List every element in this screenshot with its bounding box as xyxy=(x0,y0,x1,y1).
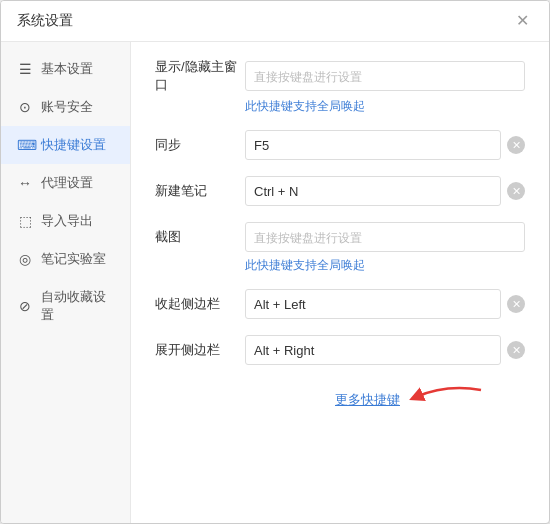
label-collapse: 收起侧边栏 xyxy=(155,295,245,313)
input-collapse[interactable] xyxy=(245,289,501,319)
sidebar: ☰ 基本设置 ⊙ 账号安全 ⌨ 快捷键设置 ↔ 代理设置 ⬚ 导入导出 ◎ 笔记… xyxy=(1,42,131,523)
sidebar-item-proxy[interactable]: ↔ 代理设置 xyxy=(1,164,130,202)
control-screenshot xyxy=(245,222,525,252)
sidebar-item-lab[interactable]: ◎ 笔记实验室 xyxy=(1,240,130,278)
sidebar-item-import[interactable]: ⬚ 导入导出 xyxy=(1,202,130,240)
input-expand[interactable] xyxy=(245,335,501,365)
auto-icon: ⊘ xyxy=(17,298,33,314)
sidebar-label-import: 导入导出 xyxy=(41,212,93,230)
sidebar-item-account[interactable]: ⊙ 账号安全 xyxy=(1,88,130,126)
setting-row-collapse: 收起侧边栏 ✕ xyxy=(155,288,525,320)
title-bar: 系统设置 ✕ xyxy=(1,1,549,42)
shortcut-icon: ⌨ xyxy=(17,137,33,153)
setting-row-new-note: 新建笔记 ✕ xyxy=(155,175,525,207)
control-show-hide xyxy=(245,61,525,91)
basic-icon: ☰ xyxy=(17,61,33,77)
lab-icon: ◎ xyxy=(17,251,33,267)
hint-text-screenshot: 此快捷键支持全局唤起 xyxy=(245,258,365,272)
label-screenshot: 截图 xyxy=(155,228,245,246)
control-collapse: ✕ xyxy=(245,289,525,319)
setting-row-screenshot: 截图 xyxy=(155,221,525,253)
input-screenshot[interactable] xyxy=(245,222,525,252)
input-show-hide[interactable] xyxy=(245,61,525,91)
label-show-hide: 显示/隐藏主窗口 xyxy=(155,58,245,94)
close-button[interactable]: ✕ xyxy=(512,11,533,31)
more-link-container: 更多快捷键 xyxy=(155,380,525,412)
input-new-note[interactable] xyxy=(245,176,501,206)
sidebar-item-basic[interactable]: ☰ 基本设置 xyxy=(1,50,130,88)
hint-text-show-hide: 此快捷键支持全局唤起 xyxy=(245,99,365,113)
setting-row-sync: 同步 ✕ xyxy=(155,129,525,161)
sidebar-label-basic: 基本设置 xyxy=(41,60,93,78)
label-new-note: 新建笔记 xyxy=(155,182,245,200)
control-new-note: ✕ xyxy=(245,176,525,206)
import-icon: ⬚ xyxy=(17,213,33,229)
input-sync[interactable] xyxy=(245,130,501,160)
sidebar-label-proxy: 代理设置 xyxy=(41,174,93,192)
sidebar-item-shortcut[interactable]: ⌨ 快捷键设置 xyxy=(1,126,130,164)
sidebar-label-auto: 自动收藏设置 xyxy=(41,288,114,324)
sidebar-label-shortcut: 快捷键设置 xyxy=(41,136,106,154)
sidebar-item-auto[interactable]: ⊘ 自动收藏设置 xyxy=(1,278,130,334)
hint-screenshot: 此快捷键支持全局唤起 xyxy=(155,257,525,274)
more-shortcuts-link[interactable]: 更多快捷键 xyxy=(245,391,400,409)
setting-row-show-hide: 显示/隐藏主窗口 xyxy=(155,58,525,94)
account-icon: ⊙ xyxy=(17,99,33,115)
control-expand: ✕ xyxy=(245,335,525,365)
label-sync: 同步 xyxy=(155,136,245,154)
hint-show-hide: 此快捷键支持全局唤起 xyxy=(155,98,525,115)
arrow-decoration xyxy=(396,382,486,412)
clear-sync-button[interactable]: ✕ xyxy=(507,136,525,154)
settings-panel: 显示/隐藏主窗口 此快捷键支持全局唤起 同步 ✕ 新建笔记 xyxy=(131,42,549,523)
clear-new-note-button[interactable]: ✕ xyxy=(507,182,525,200)
sidebar-label-lab: 笔记实验室 xyxy=(41,250,106,268)
clear-collapse-button[interactable]: ✕ xyxy=(507,295,525,313)
settings-window: 系统设置 ✕ ☰ 基本设置 ⊙ 账号安全 ⌨ 快捷键设置 ↔ 代理设置 ⬚ xyxy=(0,0,550,524)
main-content-area: ☰ 基本设置 ⊙ 账号安全 ⌨ 快捷键设置 ↔ 代理设置 ⬚ 导入导出 ◎ 笔记… xyxy=(1,42,549,523)
window-title: 系统设置 xyxy=(17,12,73,30)
proxy-icon: ↔ xyxy=(17,175,33,191)
control-sync: ✕ xyxy=(245,130,525,160)
label-expand: 展开侧边栏 xyxy=(155,341,245,359)
clear-expand-button[interactable]: ✕ xyxy=(507,341,525,359)
sidebar-label-account: 账号安全 xyxy=(41,98,93,116)
setting-row-expand: 展开侧边栏 ✕ xyxy=(155,334,525,366)
